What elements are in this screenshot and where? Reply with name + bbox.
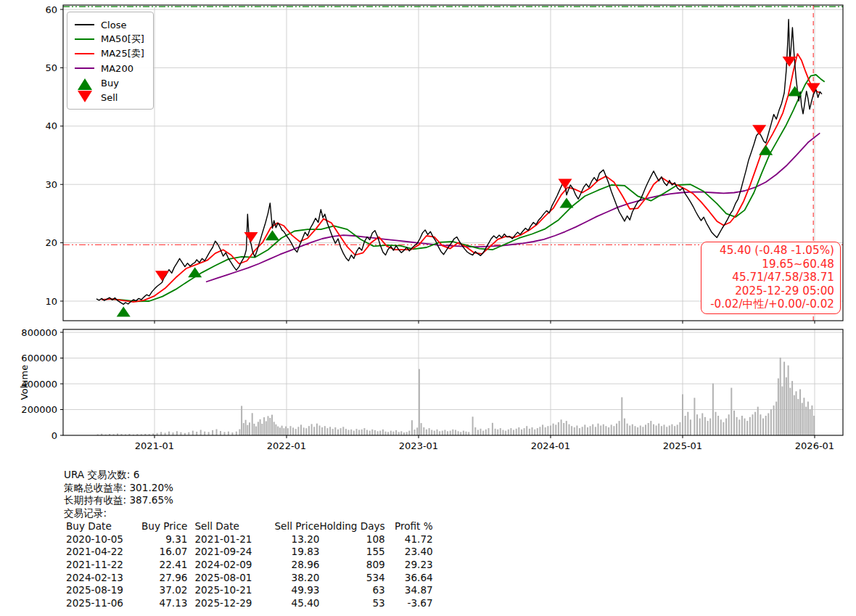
volume-tick-label: 800000 <box>21 327 57 338</box>
legend-label: MA200 <box>101 63 133 74</box>
trade-cell: 41.72 <box>385 533 433 546</box>
annotation-date-line: 2025-12-29 05:00 <box>710 284 834 298</box>
trades-col-header: Holding Days <box>319 520 384 533</box>
trades-col-header: Buy Date <box>64 520 141 533</box>
trade-cell: 2025-12-29 <box>187 597 271 610</box>
ma200-line-sample <box>75 67 94 69</box>
trade-row: 2024-02-1327.962025-08-0138.2053436.64 <box>64 572 433 585</box>
trade-cell: 16.07 <box>141 546 187 559</box>
legend-label: Buy <box>101 78 119 89</box>
annotation-range-line: 19.65~60.48 <box>710 258 834 271</box>
gridlines <box>63 5 843 435</box>
legend-label: Sell <box>101 92 118 103</box>
annotation-signal-line: -0.02/中性/+0.00/-0.02 <box>710 297 834 311</box>
price-tick-label: 50 <box>45 62 57 73</box>
time-tick-label: 2026-01 <box>795 440 834 451</box>
sell-marker <box>752 125 766 135</box>
trade-cell: 63 <box>319 584 384 597</box>
trade-cell: 2021-09-24 <box>187 546 271 559</box>
trade-cell: 28.96 <box>271 559 319 572</box>
volume-bars <box>97 358 815 435</box>
time-tick-label: 2021-01 <box>135 440 174 451</box>
buy-marker <box>759 145 773 155</box>
trade-cell: 2024-02-13 <box>64 572 141 585</box>
trade-cell: 809 <box>319 559 384 572</box>
trade-cell: 38.20 <box>271 572 319 585</box>
legend-label: MA50[买] <box>101 33 144 46</box>
sell-marker <box>155 271 169 281</box>
trade-cell: 45.40 <box>271 597 319 610</box>
buy-marker <box>188 267 202 277</box>
trade-cell: 36.64 <box>385 572 433 585</box>
trades-header-row: Buy DateBuy PriceSell DateSell PriceHold… <box>64 520 433 533</box>
trade-cell: 34.87 <box>385 584 433 597</box>
trade-cell: 47.13 <box>141 597 187 610</box>
strategy-return-line: 策略总收益率: 301.20% <box>64 482 433 495</box>
trade-cell: 27.96 <box>141 572 187 585</box>
price-tick-label: 60 <box>45 4 57 15</box>
trade-cell: 534 <box>319 572 384 585</box>
strategy-summary: URA 交易次数: 6 策略总收益率: 301.20% 长期持有收益: 387.… <box>64 469 433 610</box>
trade-cell: 108 <box>319 533 384 546</box>
trades-col-header: Profit % <box>385 520 433 533</box>
buy-hold-return-line: 长期持有收益: 387.65% <box>64 494 433 507</box>
legend-label: Close <box>101 20 126 30</box>
trade-cell: 29.23 <box>385 559 433 572</box>
trade-row: 2025-11-0647.132025-12-2945.4053-3.67 <box>64 597 433 610</box>
trade-cell: 2025-10-21 <box>187 584 271 597</box>
trade-cell: 9.31 <box>141 533 187 546</box>
trade-row: 2021-04-2216.072021-09-2419.8315523.40 <box>64 546 433 559</box>
trade-record-title: 交易记录: <box>64 507 433 520</box>
volume-axis-label: Volume <box>19 365 30 400</box>
trade-cell: 2020-10-05 <box>64 533 141 546</box>
time-tick-label: 2022-01 <box>267 440 306 451</box>
trade-cell: 23.40 <box>385 546 433 559</box>
trade-cell: 22.41 <box>141 559 187 572</box>
trade-cell: 2021-04-22 <box>64 546 141 559</box>
trade-cell: 13.20 <box>271 533 319 546</box>
trade-cell: 2025-08-01 <box>187 572 271 585</box>
annotation-price-line: 45.40 (-0.48 -1.05%) <box>710 244 834 258</box>
price-tick-label: 30 <box>45 179 57 190</box>
legend-label: MA25[卖] <box>101 47 144 60</box>
time-tick-label: 2025-01 <box>663 440 702 451</box>
legend-item-ma25: MA25[卖] <box>75 46 144 61</box>
trades-table: Buy DateBuy PriceSell DateSell PriceHold… <box>64 520 433 610</box>
close-line-sample <box>75 24 94 25</box>
trades-col-header: Sell Date <box>187 520 271 533</box>
trade-row: 2025-08-1937.022025-10-2149.936334.87 <box>64 584 433 597</box>
ma25-line-sample <box>75 53 94 54</box>
sell-triangle-icon <box>75 93 94 102</box>
trade-cell: 2021-11-22 <box>64 559 141 572</box>
figure: 1020304050600200000400000600000800000202… <box>0 0 856 616</box>
buy-triangle-icon <box>75 78 94 88</box>
trade-cell: 155 <box>319 546 384 559</box>
volume-tick-label: 200000 <box>21 404 57 415</box>
trade-cell: 49.93 <box>271 584 319 597</box>
quote-annotation-box: 45.40 (-0.48 -1.05%) 19.65~60.48 45.71/4… <box>701 242 841 314</box>
trade-cell: 2021-01-21 <box>187 533 271 546</box>
price-tick-label: 20 <box>45 237 57 248</box>
trades-col-header: Buy Price <box>141 520 187 533</box>
legend-item-buy: Buy <box>75 75 144 90</box>
buy-marker <box>560 198 574 208</box>
buy-marker <box>266 230 279 240</box>
legend-item-ma200: MA200 <box>75 61 144 75</box>
trade-cell: 2024-02-09 <box>187 559 271 572</box>
legend-item-close: Close <box>75 17 144 32</box>
annotation-ma-line: 45.71/47.58/38.71 <box>710 271 834 284</box>
volume-tick-label: 600000 <box>21 353 57 364</box>
time-tick-label: 2024-01 <box>531 440 570 451</box>
trade-cell: 37.02 <box>141 584 187 597</box>
volume-tick-label: 0 <box>52 430 57 441</box>
trade-row: 2021-11-2222.412024-02-0928.9680929.23 <box>64 559 433 572</box>
trade-cell: 19.83 <box>271 546 319 559</box>
legend-item-sell: Sell <box>75 90 144 104</box>
price-tick-label: 10 <box>45 296 57 307</box>
price-tick-label: 40 <box>45 120 57 131</box>
trade-cell: 53 <box>319 597 384 610</box>
trade-cell: -3.67 <box>385 597 433 610</box>
legend: Close MA50[买] MA25[卖] MA200 Buy Sell <box>67 12 154 110</box>
trade-row: 2020-10-059.312021-01-2113.2010841.72 <box>64 533 433 546</box>
trade-count-line: URA 交易次数: 6 <box>64 469 433 482</box>
